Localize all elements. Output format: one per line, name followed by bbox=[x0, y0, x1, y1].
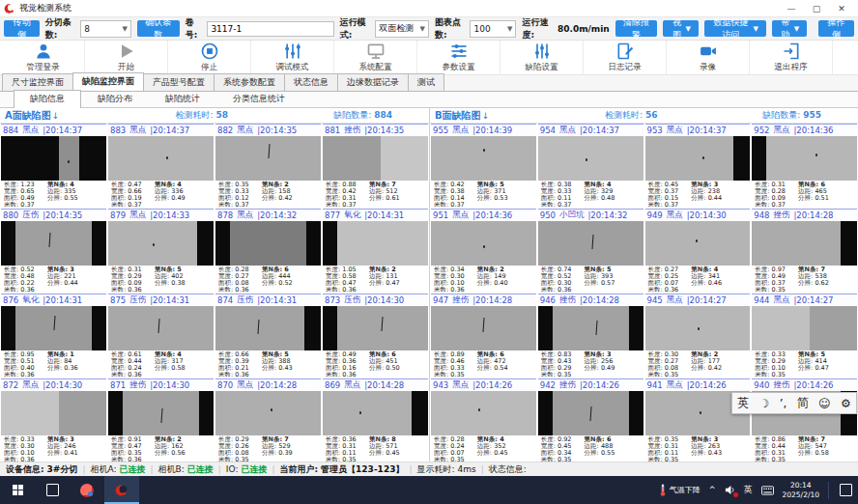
ime-lang-english[interactable]: 英 bbox=[737, 395, 749, 411]
play-action-button[interactable]: 开始 bbox=[85, 41, 168, 74]
defect-cell[interactable]: 950 小凹坑 |20:14:32 长度: 0.74 宽度: 0.52 面积: … bbox=[538, 209, 644, 292]
defect-cell[interactable]: 870 黑点 |20:14:28 长度: 0.29 宽度: 0.26 面积: 0… bbox=[215, 378, 321, 462]
defect-image[interactable] bbox=[645, 306, 751, 350]
defect-image[interactable] bbox=[215, 306, 321, 350]
defect-cell[interactable]: 875 压伤 |20:14:31 长度: 0.61 宽度: 0.44 面积: 0… bbox=[108, 294, 214, 377]
defect-image[interactable] bbox=[108, 221, 214, 266]
view-menu-button[interactable]: 视图▼ bbox=[663, 20, 698, 37]
main-tab[interactable]: 产品型号配置 bbox=[143, 73, 214, 91]
operator-side-button[interactable]: 操作侧 bbox=[818, 20, 854, 37]
defect-cell[interactable]: 878 黑点 |20:14:32 长度: 0.28 宽度: 0.27 面积: 0… bbox=[215, 209, 321, 292]
defect-cell[interactable]: 946 挫伤 |20:14:28 长度: 0.83 宽度: 0.43 面积: 0… bbox=[538, 294, 644, 377]
defect-image[interactable] bbox=[323, 391, 428, 435]
defect-image[interactable] bbox=[752, 306, 857, 350]
exit-action-button[interactable]: 退出程序 bbox=[750, 41, 833, 74]
minimize-icon[interactable]: — bbox=[779, 1, 804, 16]
taskbar-app-detection-system[interactable] bbox=[104, 476, 139, 504]
ime-simplified-chinese[interactable]: 简 bbox=[797, 395, 809, 411]
weather-tray-item[interactable]: 气温下降 bbox=[659, 484, 701, 496]
roll-number-input[interactable] bbox=[207, 21, 333, 37]
defect-settings-action-button[interactable]: 缺陷设置 bbox=[500, 41, 584, 74]
help-menu-button[interactable]: 帮助▼ bbox=[772, 20, 807, 37]
defect-cell[interactable]: 941 黑点 |20:14:26 长度: 0.35 宽度: 0.31 面积: 0… bbox=[645, 378, 751, 462]
close-icon[interactable]: ✕ bbox=[829, 1, 854, 16]
task-view-button[interactable] bbox=[35, 476, 70, 504]
run-mode-select[interactable]: 双面检测▼ bbox=[375, 20, 429, 38]
ime-emoji-icon[interactable]: ☺ bbox=[818, 397, 831, 410]
sort-descending-icon[interactable]: ↓ bbox=[482, 111, 490, 121]
defect-cell[interactable]: 881 挫伤 |20:14:35 长度: 0.88 宽度: 0.42 面积: 0… bbox=[323, 124, 428, 207]
clear-alarm-button[interactable]: 清除报警 bbox=[615, 20, 658, 37]
sub-tab[interactable]: 缺陷分布 bbox=[81, 90, 149, 107]
ime-language-indicator[interactable]: 英 bbox=[744, 484, 753, 496]
sort-descending-icon[interactable]: ↓ bbox=[52, 111, 60, 121]
defect-cell[interactable]: 948 挫伤 |20:14:28 长度: 0.97 宽度: 0.49 面积: 0… bbox=[752, 209, 857, 292]
taskbar-app-1[interactable] bbox=[70, 476, 104, 504]
ime-moon-icon[interactable]: ☽ bbox=[759, 397, 770, 410]
defect-image[interactable] bbox=[431, 306, 536, 350]
defect-cell[interactable]: 945 黑点 |20:14:27 长度: 0.30 宽度: 0.27 面积: 0… bbox=[645, 294, 751, 377]
defect-cell[interactable]: 873 压伤 |20:14:30 长度: 0.49 宽度: 0.36 面积: 0… bbox=[323, 294, 428, 377]
defect-cell[interactable]: 953 黑点 |20:14:37 长度: 0.45 宽度: 0.37 面积: 0… bbox=[645, 124, 751, 207]
main-tab[interactable]: 测试 bbox=[408, 73, 444, 91]
defect-image[interactable] bbox=[108, 306, 214, 350]
main-tab[interactable]: 尺寸监控界面 bbox=[2, 73, 73, 91]
volume-tray-item[interactable] bbox=[725, 485, 735, 495]
parameters-action-button[interactable]: 参数设置 bbox=[417, 41, 500, 74]
defect-cell[interactable]: 940 挫伤 |20:14:26 长度: 0.86 宽度: 0.44 面积: 0… bbox=[752, 378, 857, 462]
defect-image[interactable] bbox=[323, 306, 428, 350]
defect-image[interactable] bbox=[1, 306, 106, 350]
quick-access-menu-button[interactable]: 数据快捷访问▼ bbox=[704, 20, 766, 37]
sub-tab[interactable]: 缺陷统计 bbox=[149, 90, 216, 107]
defect-image[interactable] bbox=[1, 391, 106, 435]
defect-image[interactable] bbox=[645, 136, 751, 181]
ime-toolbar[interactable]: 英☽’,简☺⚙ bbox=[731, 392, 857, 414]
defect-cell[interactable]: 954 黑点 |20:14:37 长度: 0.38 宽度: 0.33 面积: 0… bbox=[538, 124, 644, 207]
defect-cell[interactable]: 874 压伤 |20:14:31 长度: 0.66 宽度: 0.39 面积: 0… bbox=[215, 294, 321, 377]
main-tab[interactable]: 边缘数据记录 bbox=[337, 73, 409, 91]
defect-cell[interactable]: 951 黑点 |20:14:36 长度: 0.34 宽度: 0.30 面积: 0… bbox=[431, 209, 536, 292]
taskbar-clock[interactable]: 20:14 2025/2/10 bbox=[783, 481, 819, 499]
sub-tab[interactable]: 缺陷信息 bbox=[14, 90, 81, 108]
main-tab[interactable]: 缺陷监控界面 bbox=[72, 72, 144, 91]
defect-image[interactable] bbox=[538, 221, 644, 266]
maximize-icon[interactable]: ▢ bbox=[804, 1, 829, 16]
defect-cell[interactable]: 952 黑点 |20:14:36 长度: 0.31 宽度: 0.28 面积: 0… bbox=[752, 124, 857, 207]
defect-image[interactable] bbox=[538, 136, 644, 181]
slit-count-select[interactable]: 8▼ bbox=[80, 20, 131, 38]
defect-cell[interactable]: 876 氧化 |20:14:31 长度: 0.95 宽度: 0.51 面积: 0… bbox=[1, 294, 106, 377]
action-center-button[interactable] bbox=[838, 484, 852, 496]
defect-cell[interactable]: 880 压伤 |20:14:35 长度: 0.52 宽度: 0.48 面积: 0… bbox=[1, 209, 106, 292]
stop-action-button[interactable]: 停止 bbox=[168, 41, 251, 74]
chart-points-select[interactable]: 100▼ bbox=[470, 20, 516, 38]
confirm-count-button[interactable]: 确认条数 bbox=[137, 20, 180, 37]
defect-cell[interactable]: 883 黑点 |20:14:37 长度: 0.47 宽度: 0.66 面积: 0… bbox=[108, 124, 214, 207]
defect-cell[interactable]: 942 挫伤 |20:14:26 长度: 0.92 宽度: 0.45 面积: 0… bbox=[538, 378, 644, 462]
defect-image[interactable] bbox=[538, 306, 644, 350]
defect-image[interactable] bbox=[431, 221, 536, 266]
main-tab[interactable]: 系统参数配置 bbox=[214, 73, 285, 91]
user-action-button[interactable]: 管理登录 bbox=[2, 41, 85, 74]
record-camera-action-button[interactable]: 录像 bbox=[667, 41, 750, 74]
debug-sliders-action-button[interactable]: 调试模式 bbox=[251, 41, 334, 74]
defect-image[interactable] bbox=[538, 391, 644, 435]
defect-image[interactable] bbox=[1, 221, 106, 266]
defect-image[interactable] bbox=[215, 136, 321, 181]
hidden-icons-chevron[interactable]: ^ bbox=[709, 486, 716, 494]
defect-image[interactable] bbox=[323, 136, 428, 181]
defect-image[interactable] bbox=[1, 136, 106, 181]
defect-cell[interactable]: 871 挫伤 |20:14:30 长度: 0.91 宽度: 0.47 面积: 0… bbox=[108, 378, 214, 462]
defect-cell[interactable]: 879 黑点 |20:14:33 长度: 0.31 宽度: 0.29 面积: 0… bbox=[108, 209, 214, 292]
defect-cell[interactable]: 947 挫伤 |20:14:28 长度: 0.89 宽度: 0.46 面积: 0… bbox=[431, 294, 536, 377]
defect-image[interactable] bbox=[752, 136, 857, 181]
defect-image[interactable] bbox=[431, 136, 536, 181]
defect-cell[interactable]: 882 黑点 |20:14:35 长度: 0.35 宽度: 0.33 面积: 0… bbox=[215, 124, 321, 207]
defect-cell[interactable]: 955 黑点 |20:14:39 长度: 0.42 宽度: 0.38 面积: 0… bbox=[431, 124, 536, 207]
defect-cell[interactable]: 872 黑点 |20:14:30 长度: 0.33 宽度: 0.30 面积: 0… bbox=[1, 378, 106, 462]
defect-image[interactable] bbox=[431, 391, 536, 435]
ime-punctuation-icon[interactable]: ’, bbox=[780, 397, 787, 410]
drive-side-button[interactable]: 传动侧 bbox=[4, 20, 40, 37]
touch-keyboard-icon[interactable] bbox=[761, 486, 774, 495]
defect-image[interactable] bbox=[215, 221, 321, 266]
defect-cell[interactable]: 869 黑点 |20:14:28 长度: 0.36 宽度: 0.31 面积: 0… bbox=[323, 378, 428, 462]
